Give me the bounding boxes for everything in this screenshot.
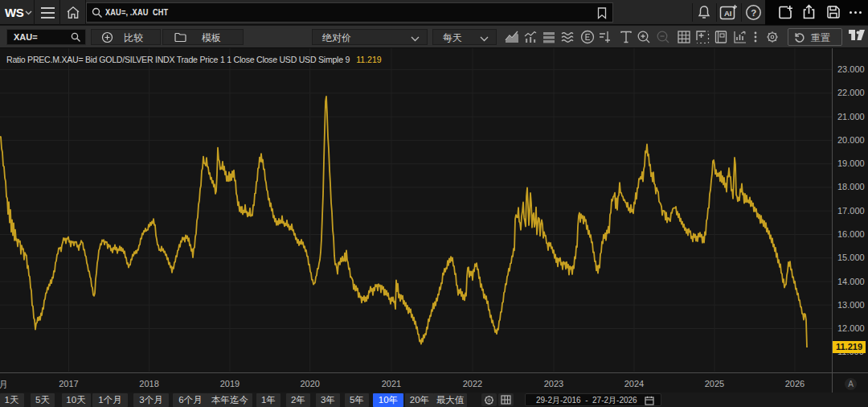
svg-text:?: ? <box>751 8 756 18</box>
svg-text:AI: AI <box>724 9 732 18</box>
